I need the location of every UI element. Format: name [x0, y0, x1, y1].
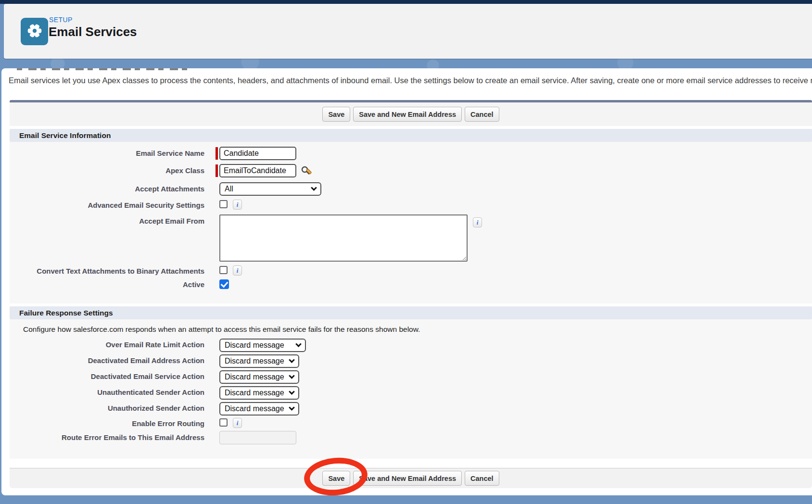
accept-attachments-label: Accept Attachments	[10, 182, 204, 193]
email-service-name-label: Email Service Name	[10, 147, 204, 157]
advanced-security-checkbox[interactable]	[219, 200, 228, 208]
advanced-security-label: Advanced Email Security Settings	[10, 200, 204, 209]
chevron-down-icon	[289, 389, 295, 395]
unauth-sender-select[interactable]: Discard message	[219, 386, 299, 400]
gear-icon	[25, 22, 44, 42]
unauth-sender-value: Discard message	[225, 389, 284, 397]
field-row-active: Active	[10, 278, 812, 289]
field-row-accept-email-from: Accept Email From i	[10, 214, 812, 262]
deact-address-value: Discard message	[225, 357, 284, 365]
field-row-route-error: Route Error Emails to This Email Address	[10, 431, 812, 444]
chevron-down-icon	[289, 404, 295, 411]
save-and-new-button-bottom[interactable]: Save and New Email Address	[353, 471, 462, 486]
over-rate-select[interactable]: Discard message	[219, 339, 306, 352]
clipped-heading-sliver	[17, 68, 188, 70]
chevron-down-icon	[295, 341, 302, 347]
info-icon[interactable]: i	[233, 200, 242, 210]
unauthz-sender-label: Unauthorized Sender Action	[10, 402, 204, 412]
email-service-name-input[interactable]	[219, 147, 296, 160]
top-button-row: Save Save and New Email Address Cancel	[10, 102, 812, 126]
field-row-advanced-security: Advanced Email Security Settings i	[10, 200, 812, 210]
required-indicator	[216, 164, 218, 177]
chevron-down-icon	[311, 185, 317, 191]
page-title: Email Services	[49, 25, 137, 39]
accept-email-from-label: Accept Email From	[10, 214, 204, 225]
info-icon[interactable]: i	[473, 217, 482, 227]
deact-address-label: Deactivated Email Address Action	[10, 354, 204, 365]
field-row-deact-service: Deactivated Email Service Action Discard…	[10, 370, 812, 384]
info-icon[interactable]: i	[233, 265, 242, 276]
apex-class-label: Apex Class	[10, 164, 204, 175]
field-row-email-service-name: Email Service Name	[10, 147, 812, 160]
error-routing-checkbox[interactable]	[219, 418, 228, 427]
setup-gear-tile	[21, 18, 48, 45]
field-row-convert-text: Convert Text Attachments to Binary Attac…	[10, 265, 812, 276]
chevron-down-icon	[289, 357, 295, 363]
deact-service-label: Deactivated Email Service Action	[10, 370, 204, 380]
email-services-setup-page: { "header": { "eyebrow": "SETUP", "title…	[0, 0, 812, 504]
unauth-sender-label: Unauthenticated Sender Action	[10, 386, 204, 396]
unauthz-sender-value: Discard message	[225, 404, 284, 413]
setup-page-header: SETUP Email Services	[4, 4, 812, 59]
field-row-accept-attachments: Accept Attachments All	[10, 182, 812, 196]
field-row-apex-class: Apex Class	[10, 164, 812, 178]
main-content-card: Email services let you use Apex classes …	[1, 68, 812, 495]
bottom-button-row: Save Save and New Email Address Cancel	[10, 468, 812, 488]
email-service-form: Save Save and New Email Address Cancel E…	[10, 100, 812, 488]
cancel-button-top[interactable]: Cancel	[465, 107, 499, 122]
failure-settings-note: Configure how salesforce.com responds wh…	[10, 323, 812, 339]
convert-text-checkbox[interactable]	[219, 266, 228, 274]
section-header-email-service-information: Email Service Information	[10, 129, 812, 142]
deact-address-select[interactable]: Discard message	[219, 354, 299, 368]
apex-class-input[interactable]	[219, 164, 296, 177]
lookup-icon[interactable]	[300, 165, 312, 178]
deact-service-select[interactable]: Discard message	[219, 370, 299, 384]
over-rate-value: Discard message	[225, 341, 284, 350]
accept-attachments-value: All	[225, 185, 233, 193]
cancel-button-bottom[interactable]: Cancel	[465, 471, 499, 486]
accept-attachments-select[interactable]: All	[219, 182, 321, 196]
required-indicator	[216, 147, 218, 160]
info-icon[interactable]: i	[233, 418, 242, 428]
convert-text-label: Convert Text Attachments to Binary Attac…	[10, 265, 204, 275]
active-checkbox[interactable]	[219, 279, 229, 289]
field-row-unauth-sender: Unauthenticated Sender Action Discard me…	[10, 386, 812, 400]
setup-eyebrow: SETUP	[49, 16, 73, 24]
save-button-top[interactable]: Save	[322, 107, 350, 122]
over-rate-label: Over Email Rate Limit Action	[10, 339, 204, 349]
field-row-unauthz-sender: Unauthorized Sender Action Discard messa…	[10, 402, 812, 416]
field-row-error-routing: Enable Error Routing i	[10, 418, 812, 428]
unauthz-sender-select[interactable]: Discard message	[219, 402, 299, 416]
route-error-label: Route Error Emails to This Email Address	[10, 431, 204, 441]
page-description: Email services let you use Apex classes …	[9, 76, 812, 88]
browser-top-strip	[0, 0, 812, 4]
save-and-new-button-top[interactable]: Save and New Email Address	[353, 107, 462, 122]
field-row-over-rate: Over Email Rate Limit Action Discard mes…	[10, 339, 812, 352]
section-header-failure-response-settings: Failure Response Settings	[10, 306, 812, 319]
section-body-email-service-information: Email Service Name Apex Class	[10, 142, 812, 303]
section-body-failure-response-settings: Configure how salesforce.com responds wh…	[10, 319, 812, 459]
accept-email-from-textarea[interactable]	[219, 214, 468, 262]
active-label: Active	[10, 278, 204, 289]
error-routing-label: Enable Error Routing	[10, 418, 204, 428]
route-error-input[interactable]	[219, 431, 296, 444]
deact-service-value: Discard message	[225, 373, 284, 381]
chevron-down-icon	[289, 373, 295, 379]
field-row-deact-address: Deactivated Email Address Action Discard…	[10, 354, 812, 368]
